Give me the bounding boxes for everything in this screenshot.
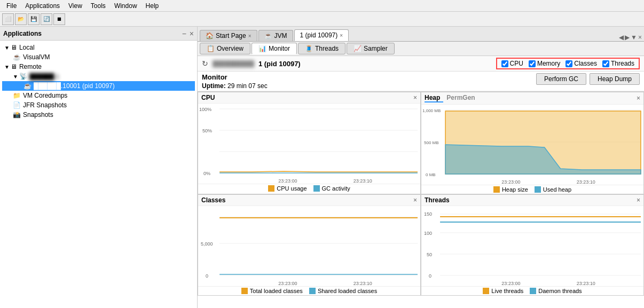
menu-file[interactable]: File: [2, 1, 21, 11]
tab-nav: ◀ ▶ ▼ ×: [619, 34, 642, 41]
tree-node-local[interactable]: ▼ 🖥 Local: [2, 43, 195, 52]
svg-text:23:23:10: 23:23:10: [577, 179, 595, 185]
menu-tools[interactable]: Tools: [87, 1, 110, 11]
svg-text:150: 150: [424, 211, 432, 217]
svg-text:50: 50: [427, 252, 432, 257]
chart-classes: Classes × 5,000 0 23:23:00 23:23:10: [198, 194, 421, 296]
tab-nav-right[interactable]: ▶: [625, 34, 630, 41]
tab-start-page[interactable]: 🏠 Start Page ×: [200, 30, 257, 41]
svg-text:50%: 50%: [202, 128, 212, 133]
legend-live-threads-label: Live threads: [491, 288, 523, 294]
threads-icon: 🧵: [305, 45, 313, 52]
tree-node-visualvm[interactable]: ☕ VisualVM: [2, 52, 195, 62]
toolbar-btn-4[interactable]: 🔄: [41, 13, 52, 25]
tree-node-remote[interactable]: ▼ 🖥 Remote: [2, 62, 195, 72]
checkbox-classes[interactable]: Classes: [566, 60, 597, 67]
tab-start-page-close[interactable]: ×: [248, 33, 252, 39]
toolbar-btn-3[interactable]: 💾: [28, 13, 40, 25]
tree-node-jfr[interactable]: 📄 JFR Snapshots: [2, 100, 195, 110]
tab-start-page-icon: 🏠: [206, 32, 214, 40]
tab-pid-close[interactable]: ×: [340, 33, 343, 38]
menu-window[interactable]: Window: [110, 1, 142, 11]
tab-overview[interactable]: 📋 Overview: [200, 43, 250, 54]
panel-minimize[interactable]: −: [182, 29, 186, 38]
tab-nav-left[interactable]: ◀: [619, 34, 624, 41]
legend-cpu-usage: CPU usage: [268, 185, 307, 192]
overview-icon: 📋: [207, 45, 215, 52]
svg-text:100: 100: [424, 231, 432, 236]
tab-start-page-label: Start Page: [216, 32, 246, 40]
checkbox-classes-input[interactable]: [566, 60, 572, 67]
pid-label: 1 (pid 10097): [258, 60, 301, 68]
svg-text:23:23:00: 23:23:00: [278, 178, 297, 184]
svg-text:23:23:10: 23:23:10: [577, 281, 595, 286]
legend-cpu-usage-color: [268, 185, 274, 192]
toolbar-btn-1[interactable]: ⬜: [2, 13, 14, 25]
chart-cpu-close[interactable]: ×: [413, 94, 417, 101]
checkbox-cpu[interactable]: CPU: [501, 60, 523, 67]
checkbox-classes-label: Classes: [574, 60, 597, 67]
chart-permgen-title[interactable]: PermGen: [443, 94, 478, 102]
tree-label-jfr: JFR Snapshots: [23, 101, 67, 109]
legend-cpu-usage-label: CPU usage: [277, 185, 307, 192]
expand-local[interactable]: ▼: [4, 45, 10, 51]
legend-total-classes-color: [241, 288, 248, 294]
legend-daemon-threads-label: Daemon threads: [538, 288, 582, 294]
legend-gc-color: [313, 185, 320, 192]
menu-help[interactable]: Help: [142, 1, 163, 11]
checkbox-memory-input[interactable]: [529, 60, 536, 67]
right-panel: 🏠 Start Page × ☕ JVM 1 (pid 10097) × ◀ ▶…: [198, 27, 644, 308]
tree-label-snapshots: Snapshots: [23, 111, 53, 119]
uptime-row: Uptime: 29 min 07 sec: [202, 82, 268, 90]
tree-node-coredumps[interactable]: 📁 VM Coredumps: [2, 91, 195, 100]
expand-remote[interactable]: ▼: [4, 64, 10, 70]
chart-heap-title[interactable]: Heap: [425, 94, 443, 102]
tree-node-remote-host[interactable]: ▼ 📡 ██████.1: [2, 72, 195, 81]
tree-label-remote-host: ██████.1: [29, 73, 59, 80]
menu-applications[interactable]: Applications: [21, 1, 64, 11]
menu-view[interactable]: View: [64, 1, 87, 11]
tab-pid[interactable]: 1 (pid 10097) ×: [294, 29, 349, 41]
svg-text:100%: 100%: [199, 107, 211, 112]
chart-cpu-body: 100% 50% 0% 23:23:00 23:23:10: [198, 104, 420, 184]
tree-label-jmx: ██████.10001 (pid 10097): [34, 82, 115, 90]
checkbox-threads-input[interactable]: [602, 60, 609, 67]
toolbar-btn-2[interactable]: 📂: [15, 13, 27, 25]
left-panel: Applications − × ▼ 🖥 Local ☕ VisualVM ▼ …: [0, 27, 198, 308]
checkbox-cpu-input[interactable]: [501, 60, 508, 67]
tab-jvm[interactable]: ☕ JVM: [258, 30, 293, 41]
legend-used-heap-label: Used heap: [543, 186, 571, 193]
checkbox-threads[interactable]: Threads: [602, 60, 634, 67]
tab-pid-label: 1 (pid 10097): [300, 31, 338, 39]
chart-threads-title: Threads: [425, 196, 450, 204]
expand-remote-host[interactable]: ▼: [13, 74, 18, 80]
chart-heap-footer: Heap size Used heap: [421, 185, 643, 194]
perform-gc-button[interactable]: Perform GC: [536, 73, 586, 85]
heap-tabs: Heap PermGen: [425, 94, 478, 102]
tree-label-coredumps: VM Coredumps: [23, 92, 67, 99]
tab-sampler[interactable]: 📈 Sampler: [347, 43, 395, 54]
refresh-icon[interactable]: ↻: [202, 59, 208, 68]
heap-dump-button[interactable]: Heap Dump: [590, 73, 640, 85]
chart-classes-close[interactable]: ×: [413, 196, 417, 204]
tab-nav-close[interactable]: ×: [638, 34, 642, 41]
tab-nav-menu[interactable]: ▼: [631, 34, 637, 41]
tree-node-jmx[interactable]: ☕ ██████.10001 (pid 10097): [2, 81, 195, 91]
chart-heap-body: 1,000 MB 500 MB 0 MB 23:23:00 23:23:10: [421, 105, 643, 185]
tab-monitor[interactable]: 📊 Monitor: [252, 43, 297, 54]
legend-total-classes: Total loaded classes: [241, 288, 303, 294]
checkbox-cpu-label: CPU: [510, 60, 523, 67]
legend-shared-classes-label: Shared loaded classes: [318, 288, 377, 294]
tree-label-visualvm: VisualVM: [23, 53, 50, 61]
tab-threads[interactable]: 🧵 Threads: [298, 43, 345, 54]
chart-threads-close[interactable]: ×: [637, 196, 640, 204]
action-buttons: Perform GC Heap Dump: [536, 73, 640, 85]
legend-daemon-threads: Daemon threads: [530, 288, 582, 294]
svg-text:1,000 MB: 1,000 MB: [422, 108, 441, 113]
panel-close[interactable]: ×: [190, 29, 194, 38]
toolbar-btn-5[interactable]: ⏹: [53, 13, 65, 25]
checkbox-memory[interactable]: Memory: [529, 60, 560, 67]
uptime-value: 29 min 07 sec: [227, 82, 268, 90]
chart-heap-close[interactable]: ×: [637, 94, 640, 102]
tree-node-snapshots[interactable]: 📸 Snapshots: [2, 110, 195, 120]
